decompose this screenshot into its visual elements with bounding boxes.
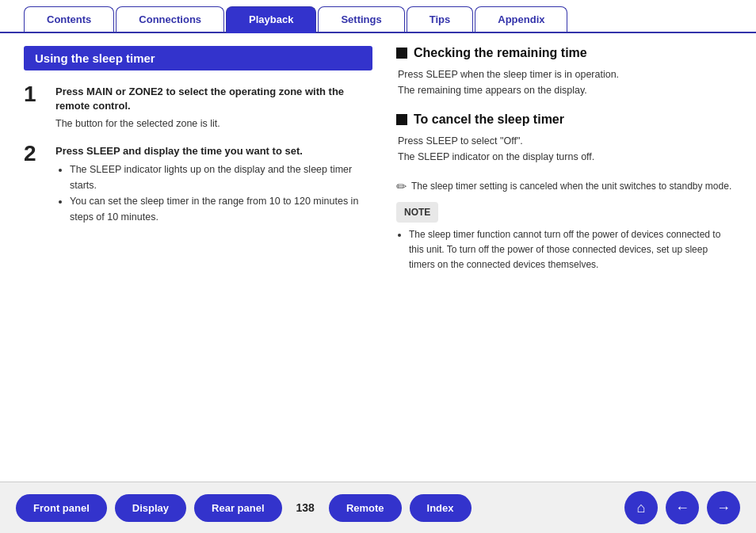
remote-button[interactable]: Remote	[329, 494, 402, 522]
tab-contents[interactable]: Contents	[24, 6, 114, 32]
check-remaining-body: Press SLEEP when the sleep timer is in o…	[396, 67, 732, 98]
step-1-content: Press MAIN or ZONE2 to select the operat…	[55, 85, 372, 131]
forward-icon: →	[716, 500, 731, 516]
index-button[interactable]: Index	[410, 494, 472, 522]
rear-panel-button[interactable]: Rear panel	[194, 494, 281, 522]
step-1-number: 1	[24, 83, 55, 105]
step-2-bullet-2: You can set the sleep timer in the range…	[70, 193, 372, 225]
cancel-sleep-section: To cancel the sleep timer Press SLEEP to…	[396, 112, 732, 165]
left-column: Using the sleep timer 1 Press MAIN or ZO…	[24, 46, 372, 467]
black-square-icon	[396, 48, 407, 59]
tab-playback[interactable]: Playback	[226, 6, 316, 32]
home-icon: ⌂	[637, 500, 646, 516]
step-1-row: 1 Press MAIN or ZONE2 to select the oper…	[24, 85, 372, 131]
step-2-number: 2	[24, 143, 55, 165]
black-square-icon-2	[396, 114, 407, 125]
cancel-sleep-body: Press SLEEP to select "Off". The SLEEP i…	[396, 133, 732, 165]
tab-appendix[interactable]: Appendix	[475, 6, 567, 32]
note-bullet-list: The sleep timer function cannot turn off…	[396, 227, 732, 273]
front-panel-button[interactable]: Front panel	[16, 494, 107, 522]
display-button[interactable]: Display	[115, 494, 186, 522]
note-bullet-item: The sleep timer function cannot turn off…	[409, 227, 732, 273]
tab-connections[interactable]: Connections	[116, 6, 224, 32]
step-1-body: The button for the selected zone is lit.	[55, 116, 372, 131]
cancel-sleep-heading: To cancel the sleep timer	[396, 112, 732, 127]
home-button[interactable]: ⌂	[624, 491, 658, 524]
step-1-bold: Press MAIN or ZONE2 to select the operat…	[55, 85, 372, 113]
page-number: 138	[296, 501, 315, 514]
back-icon: ←	[675, 500, 689, 516]
check-remaining-section: Checking the remaining time Press SLEEP …	[396, 46, 732, 98]
forward-button[interactable]: →	[707, 491, 740, 524]
pencil-note-row: ✏ The sleep timer setting is canceled wh…	[396, 179, 732, 194]
pencil-note-text: The sleep timer setting is canceled when…	[411, 179, 731, 193]
tab-tips[interactable]: Tips	[407, 6, 474, 32]
step-2-bullets: The SLEEP indicator lights up on the dis…	[55, 162, 372, 225]
top-nav: Contents Connections Playback Settings T…	[0, 0, 756, 33]
back-button[interactable]: ←	[666, 491, 699, 524]
step-2-bullet-1: The SLEEP indicator lights up on the dis…	[70, 162, 372, 193]
bottom-bar: Front panel Display Rear panel 138 Remot…	[0, 482, 756, 533]
pencil-icon: ✏	[396, 179, 407, 194]
check-remaining-heading: Checking the remaining time	[396, 46, 732, 60]
right-column: Checking the remaining time Press SLEEP …	[396, 46, 732, 467]
section-title: Using the sleep timer	[24, 46, 372, 70]
tab-settings[interactable]: Settings	[318, 6, 404, 32]
note-label: NOTE	[396, 202, 438, 223]
note-section: NOTE The sleep timer function cannot tur…	[396, 202, 732, 273]
step-2-row: 2 Press SLEEP and display the time you w…	[24, 144, 372, 225]
step-2-bold: Press SLEEP and display the time you wan…	[55, 144, 372, 158]
step-2-content: Press SLEEP and display the time you wan…	[55, 144, 372, 225]
main-content: Using the sleep timer 1 Press MAIN or ZO…	[0, 33, 756, 475]
